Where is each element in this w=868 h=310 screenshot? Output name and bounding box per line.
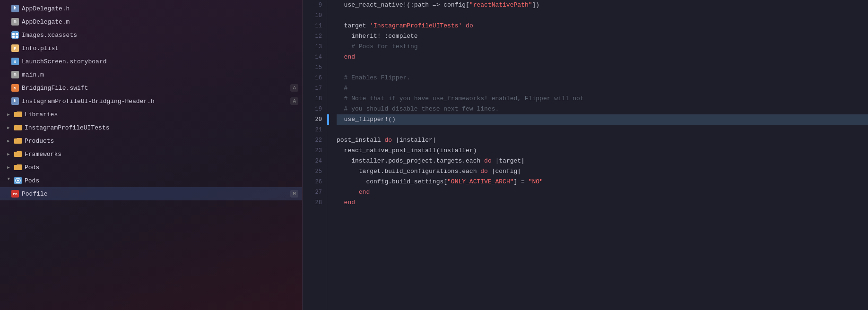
line-num-28: 28 (303, 198, 327, 208)
sidebar-item-label: Libraries (25, 111, 58, 118)
chevron-right-icon-3: ▶ (6, 138, 11, 144)
sidebar-item-label: Frameworks (25, 151, 61, 158)
badge-a2: A (290, 97, 298, 105)
code-line-9: use_react_native!(:path => config["react… (337, 0, 868, 10)
sidebar-item-app-delegate-m[interactable]: m AppDelegate.m (0, 15, 302, 28)
code-line-28: end (337, 198, 868, 208)
line-num-13: 13 (303, 42, 327, 52)
line-num-11: 11 (303, 21, 327, 31)
folder-icon-5 (14, 164, 22, 171)
sidebar-item-pods-expanded[interactable]: ▶ Pods (0, 174, 302, 187)
code-line-23: react_native_post_install(installer) (337, 146, 868, 156)
h-file-icon-2: h (11, 97, 19, 105)
rb-file-icon: rb (11, 190, 19, 198)
sidebar-item-bridging-file[interactable]: S BridgingFile.swift A (0, 81, 302, 95)
sidebar-item-label: Pods (25, 164, 39, 171)
line-num-25: 25 (303, 166, 327, 177)
sidebar-item-info-plist[interactable]: P Info.plist (0, 42, 302, 55)
folder-icon-3 (14, 137, 22, 145)
h-file-icon: h (11, 5, 19, 12)
sidebar-item-libraries[interactable]: ▶ Libraries (0, 108, 302, 121)
sidebar-item-label: Images.xcassets (22, 32, 77, 39)
line-num-9: 9 (303, 0, 327, 10)
svg-rect-2 (16, 33, 18, 35)
code-line-13: # Pods for testing (337, 42, 868, 52)
file-navigator: h AppDelegate.h m AppDelegate.m Images.x… (0, 0, 303, 310)
line-num-14: 14 (303, 52, 327, 62)
chevron-down-icon: ▶ (6, 178, 11, 183)
folder-icon (14, 111, 22, 118)
line-num-27: 27 (303, 187, 327, 198)
sidebar-item-label: AppDelegate.h (22, 5, 69, 12)
line-num-18: 18 (303, 94, 327, 104)
code-line-22: post_install do |installer| (337, 135, 868, 146)
sidebar-item-label: AppDelegate.m (22, 18, 69, 26)
code-line-15 (337, 62, 868, 73)
line-num-10: 10 (303, 10, 327, 21)
code-line-18: # Note that if you have use_frameworks! … (337, 94, 868, 104)
svg-point-6 (17, 180, 19, 181)
folder-icon-2 (14, 124, 22, 131)
code-line-27: end (337, 187, 868, 198)
sidebar-item-app-delegate-h[interactable]: h AppDelegate.h (0, 2, 302, 15)
plist-icon: P (11, 44, 19, 52)
sidebar-item-launch-screen[interactable]: S LaunchScreen.storyboard (0, 55, 302, 68)
svg-rect-4 (16, 36, 18, 38)
line-num-24: 24 (303, 156, 327, 166)
chevron-right-icon-2: ▶ (6, 125, 11, 130)
svg-rect-1 (12, 33, 15, 35)
sidebar-item-podfile[interactable]: rb Podfile M (0, 187, 302, 200)
sidebar-item-label: InstagramProfileUI-Bridging-Header.h (22, 98, 155, 105)
code-editor: 9 10 11 12 13 14 15 16 17 18 19 20 21 22… (303, 0, 868, 310)
code-line-14: end (337, 52, 868, 62)
folder-icon-4 (14, 150, 22, 158)
xcassets-icon (11, 31, 19, 39)
sidebar-item-label: BridgingFile.swift (22, 85, 88, 92)
code-line-12: inherit! :complete (337, 31, 868, 42)
code-line-20: use_flipper!() (337, 114, 868, 125)
badge-m: M (290, 190, 298, 198)
storyboard-icon: S (11, 58, 19, 65)
code-line-10 (337, 10, 868, 21)
sidebar-item-images-xcassets[interactable]: Images.xcassets (0, 28, 302, 42)
sidebar-item-bridging-header[interactable]: h InstagramProfileUI-Bridging-Header.h A (0, 95, 302, 108)
code-line-19: # you should disable these next few line… (337, 104, 868, 114)
sidebar-item-instagram-tests[interactable]: ▶ InstagramProfileUITests (0, 121, 302, 134)
chevron-right-icon: ▶ (6, 112, 11, 117)
line-num-21: 21 (303, 125, 327, 135)
chevron-right-icon-4: ▶ (6, 151, 11, 157)
code-content[interactable]: use_react_native!(:path => config["react… (329, 0, 868, 310)
sidebar-item-main-m[interactable]: m main.m (0, 68, 302, 81)
code-line-11: target 'InstagramProfileUITests' do (337, 21, 868, 31)
code-line-17: # (337, 83, 868, 94)
sidebar-item-label: Pods (25, 177, 39, 184)
code-area: 9 10 11 12 13 14 15 16 17 18 19 20 21 22… (303, 0, 868, 310)
chevron-right-icon-5: ▶ (6, 164, 11, 170)
sidebar-item-label: LaunchScreen.storyboard (22, 58, 106, 65)
sidebar-item-frameworks[interactable]: ▶ Frameworks (0, 147, 302, 161)
line-num-23: 23 (303, 146, 327, 156)
line-num-26: 26 (303, 177, 327, 187)
code-line-21 (337, 125, 868, 135)
line-num-19: 19 (303, 104, 327, 114)
line-num-15: 15 (303, 62, 327, 73)
sidebar-item-pods-group[interactable]: ▶ Pods (0, 161, 302, 174)
line-num-22: 22 (303, 135, 327, 146)
sidebar-item-label: Podfile (22, 190, 48, 198)
line-num-17: 17 (303, 83, 327, 94)
m-file-icon: m (11, 18, 19, 26)
sidebar-item-products[interactable]: ▶ Products (0, 134, 302, 147)
sidebar-item-label: InstagramProfileUITests (25, 124, 109, 131)
code-line-24: installer.pods_project.targets.each do |… (337, 156, 868, 166)
line-num-16: 16 (303, 73, 327, 83)
sidebar-item-label: Info.plist (22, 45, 59, 52)
m-file-icon-2: m (11, 71, 19, 78)
badge-a: A (290, 84, 298, 92)
sidebar-item-label: main.m (22, 71, 44, 78)
code-line-16: # Enables Flipper. (337, 73, 868, 83)
line-numbers: 9 10 11 12 13 14 15 16 17 18 19 20 21 22… (303, 0, 327, 310)
swift-icon: S (11, 84, 19, 92)
code-line-25: target.build_configurations.each do |con… (337, 166, 868, 177)
pods-icon (14, 177, 22, 184)
svg-rect-3 (12, 36, 15, 38)
